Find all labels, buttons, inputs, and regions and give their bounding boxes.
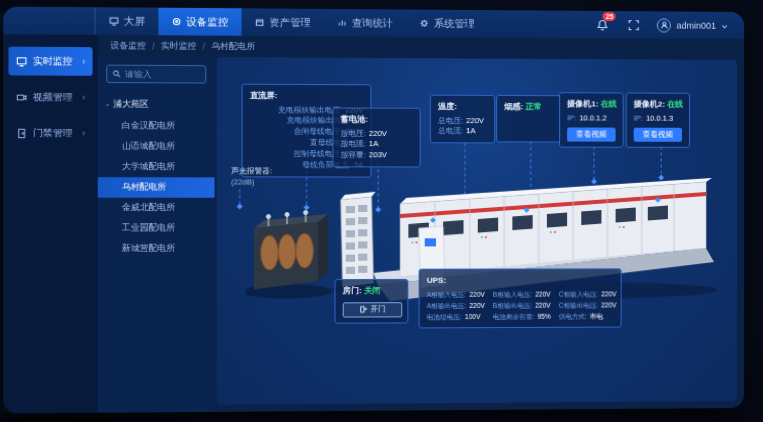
- field-value: 220V: [469, 301, 484, 311]
- content: - 浦大苑区 白金汉配电所 山语城配电所 大学城配电所 乌村配电所 金威北配电所…: [98, 56, 744, 412]
- field-value: 95%: [537, 312, 550, 322]
- tree-item[interactable]: 白金汉配电所: [106, 116, 206, 137]
- sidebar: 实时监控 › 视频管理 › 门禁管理 ›: [3, 34, 98, 413]
- field-label: C相输入电压:: [559, 289, 598, 299]
- ip-label: IP:: [634, 113, 643, 124]
- ip-value: 10.0.1.2: [579, 113, 606, 124]
- breadcrumb-separator: /: [202, 41, 204, 51]
- asset-box-icon: [255, 18, 264, 27]
- door-access-icon: [16, 127, 28, 138]
- nav-label: 设备监控: [187, 15, 229, 30]
- nav-label: 系统管理: [434, 16, 475, 30]
- camera2-title: 摄像机2: 在线: [634, 99, 682, 111]
- breadcrumb-level1[interactable]: 设备监控: [110, 40, 146, 52]
- breadcrumb-separator: /: [152, 41, 154, 51]
- nav-item-assets[interactable]: 资产管理: [242, 8, 325, 36]
- view-video-button[interactable]: 查看视频: [634, 128, 682, 142]
- notifications-button[interactable]: 25: [595, 16, 611, 32]
- field-label: 电池剩余容量:: [493, 312, 534, 322]
- smoke-label: 烟感:: [504, 102, 523, 111]
- video-camera-icon: [16, 91, 28, 102]
- camera1-label: 摄像机1:: [567, 99, 598, 108]
- field-label: 控制母线电压:: [250, 149, 342, 160]
- user-icon: [660, 20, 669, 29]
- ups-grid: A相输入电压:220V B相输入电压:220V C相输入电压:220V A相输出…: [427, 289, 614, 322]
- field-label: 放容量:: [341, 150, 366, 161]
- camera2-status: 在线: [667, 100, 683, 109]
- gear-icon: [420, 19, 429, 28]
- field-label: 电池组电压:: [427, 313, 462, 323]
- collapse-icon: -: [106, 99, 109, 109]
- field-label: 放电流:: [341, 139, 366, 150]
- camera1-panel: 摄像机1: 在线 IP:10.0.1.2 查看视频: [559, 92, 624, 148]
- battery-panel-title: 蓄电池:: [341, 114, 413, 126]
- smoke-status: 正常: [525, 102, 541, 111]
- chart-icon: [338, 18, 347, 27]
- open-door-label: 开门: [370, 304, 385, 314]
- station-tree: - 浦大苑区 白金汉配电所 山语城配电所 大学城配电所 乌村配电所 金威北配电所…: [106, 95, 206, 259]
- field-value: 220V: [535, 301, 550, 311]
- tree-item-selected[interactable]: 乌村配电所: [98, 177, 215, 198]
- monitor-icon: [172, 17, 181, 26]
- topbar-logo-area: [3, 7, 95, 35]
- view-video-button[interactable]: 查看视频: [567, 128, 615, 142]
- fullscreen-button[interactable]: [626, 17, 642, 33]
- camera2-label: 摄像机2:: [634, 100, 665, 109]
- right-column: 设备监控 / 实时监控 / 乌村配电所 - 浦大苑区: [98, 35, 744, 413]
- chevron-right-icon: ›: [82, 92, 85, 102]
- field-label: A相输出电压:: [427, 301, 466, 311]
- nav-label: 查询统计: [352, 16, 393, 30]
- field-value: 1A: [466, 127, 475, 138]
- field-label: 总电压:: [438, 116, 463, 127]
- nav-label: 资产管理: [269, 15, 310, 30]
- tree-group-node[interactable]: - 浦大苑区: [106, 95, 206, 114]
- substation-3d-view: 直流屏: 充电模块输出电压:220V 充电模块输出电流:3A 合闸母线电压:20…: [217, 57, 737, 405]
- tree-item[interactable]: 金威北配电所: [106, 198, 206, 218]
- breadcrumb-level3[interactable]: 乌村配电所: [211, 40, 255, 52]
- bigscreen-icon: [109, 17, 118, 26]
- body: 实时监控 › 视频管理 › 门禁管理 › 设备监控 / 实时监控 / 乌村配电所: [3, 34, 744, 413]
- field-label: 供电方式:: [559, 312, 587, 322]
- search-icon: [112, 70, 120, 78]
- search-input[interactable]: [125, 69, 200, 80]
- tree-item[interactable]: 山语城配电所: [106, 136, 206, 157]
- camera1-title: 摄像机1: 在线: [567, 98, 615, 110]
- user-menu[interactable]: admin001: [657, 18, 728, 33]
- field-label: C相输出电压:: [559, 301, 598, 311]
- camera2-panel: 摄像机2: 在线 IP:10.0.1.3 查看视频: [626, 92, 690, 148]
- sidebar-item-video-management[interactable]: 视频管理 ›: [8, 83, 92, 112]
- avatar: [657, 18, 671, 32]
- tree-item[interactable]: 新城营配电所: [106, 239, 206, 260]
- sidebar-item-label: 视频管理: [33, 90, 73, 103]
- nav-item-system[interactable]: 系统管理: [406, 10, 488, 38]
- door-panel: 房门: 关闭 开门: [334, 279, 408, 323]
- field-label: B相输出电压:: [493, 301, 532, 311]
- username: admin001: [676, 20, 716, 30]
- smoke-sensor-panel: 烟感: 正常: [496, 95, 561, 143]
- tree-search: [106, 65, 206, 84]
- temperature-panel: 温度: 总电压:220V 总电流:1A: [430, 95, 495, 144]
- smoke-sensor-title: 烟感: 正常: [504, 101, 553, 113]
- ups-title: UPS:: [427, 274, 614, 286]
- ups-panel: UPS: A相输入电压:220V B相输入电压:220V C相输入电压:220V…: [419, 268, 622, 328]
- sidebar-item-realtime-monitor[interactable]: 实时监控 ›: [8, 47, 92, 76]
- field-label: 放电压:: [341, 128, 366, 139]
- door-title: 房门: 关闭: [343, 285, 400, 297]
- open-door-button[interactable]: 开门: [343, 302, 403, 317]
- tree-item[interactable]: 大学城配电所: [106, 157, 206, 178]
- ip-value: 10.0.1.3: [646, 113, 673, 124]
- field-value: 1A: [369, 139, 378, 150]
- door-status: 关闭: [364, 286, 380, 295]
- tree-item[interactable]: 工业园配电所: [106, 218, 206, 239]
- tree-group-label: 浦大苑区: [113, 98, 149, 110]
- chevron-right-icon: ›: [82, 56, 85, 66]
- breadcrumb-level2[interactable]: 实时监控: [161, 40, 196, 52]
- field-value: 220V: [535, 289, 550, 299]
- sidebar-item-access-management[interactable]: 门禁管理 ›: [8, 119, 92, 148]
- nav-item-device-monitor[interactable]: 设备监控: [158, 8, 241, 36]
- chevron-down-icon: [721, 22, 728, 29]
- nav-label: 大屏: [124, 14, 145, 28]
- nav-item-statistics[interactable]: 查询统计: [324, 9, 406, 37]
- field-label: A相输入电压:: [427, 289, 466, 299]
- nav-item-bigscreen[interactable]: 大屏: [96, 7, 159, 35]
